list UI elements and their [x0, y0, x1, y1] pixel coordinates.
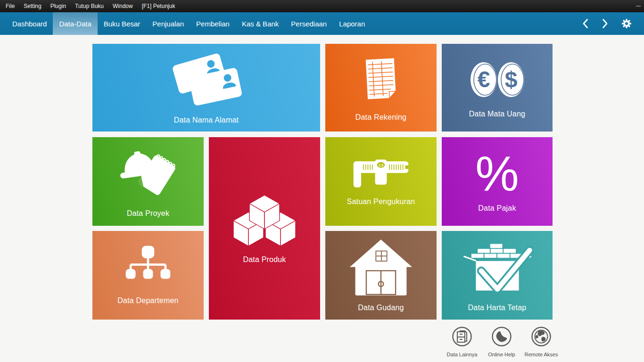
menu-window[interactable]: Window	[113, 3, 133, 9]
tile-label: Data Proyek	[127, 209, 169, 218]
tile-label: Data Produk	[243, 255, 286, 264]
menu-petunjuk[interactable]: [F1] Petunjuk	[142, 3, 175, 9]
minimize-icon[interactable]	[636, 6, 641, 7]
menu-plugin[interactable]: Plugin	[50, 3, 66, 9]
tile-data-nama-alamat[interactable]: Data Nama Alamat	[92, 44, 320, 132]
menu-setting[interactable]: Setting	[24, 3, 41, 9]
percent-icon: %	[475, 150, 519, 197]
tile-label: Data Departemen	[117, 296, 178, 305]
shortcut-label: Online Help	[488, 352, 515, 357]
tile-label: Data Mata Uang	[469, 110, 525, 118]
shortcut-online-help[interactable]: Online Help	[482, 326, 521, 357]
shortcut-data-lainnya[interactable]: Data Lainnya	[442, 326, 482, 357]
menu-file[interactable]: File	[6, 3, 15, 9]
tile-satuan-pengukuran[interactable]: 1,5 Satuan Pengukuran	[325, 137, 437, 226]
cabinet-icon	[451, 326, 473, 349]
caliper-icon: 1,5	[352, 157, 410, 190]
tile-label: Data Rekening	[355, 113, 406, 122]
settings-gear-icon[interactable]	[621, 18, 632, 29]
cubes-icon	[229, 193, 300, 248]
asset-check-icon	[462, 239, 533, 296]
svg-text:€: €	[477, 67, 490, 92]
tile-data-rekening[interactable]: Data Rekening	[325, 44, 437, 132]
app-window: File Setting Plugin Tutup Buku Window [F…	[0, 0, 644, 362]
tab-dashboard[interactable]: Dashboard	[6, 12, 53, 35]
tile-label: Data Gudang	[358, 304, 404, 312]
tab-data-data[interactable]: Data-Data	[53, 12, 97, 35]
svg-text:$: $	[504, 67, 517, 92]
ledger-icon	[357, 54, 405, 106]
tile-label: Data Nama Alamat	[174, 116, 239, 124]
tile-label: Data Harta Tetap	[468, 304, 527, 312]
menubar: File Setting Plugin Tutup Buku Window [F…	[0, 0, 644, 12]
tab-penjualan[interactable]: Penjualan	[146, 12, 190, 35]
tile-data-mata-uang[interactable]: € $ Data Mata Uang	[442, 44, 553, 132]
nav-forward-icon[interactable]	[602, 18, 609, 29]
tile-data-proyek[interactable]: Data Proyek	[92, 137, 204, 226]
phone-icon	[491, 326, 512, 349]
id-cards-icon	[162, 51, 251, 108]
navbar-right-icons	[582, 12, 644, 35]
globe-icon	[530, 326, 552, 349]
shortcut-label: Remote Akses	[525, 352, 558, 357]
tab-pembelian[interactable]: Pembelian	[190, 12, 236, 35]
shortcut-label: Data Lainnya	[447, 352, 478, 357]
svg-text:1,5: 1,5	[379, 164, 383, 167]
tile-data-gudang[interactable]: Data Gudang	[325, 231, 437, 320]
warehouse-icon	[349, 239, 413, 296]
menu-tutup-buku[interactable]: Tutup Buku	[75, 3, 104, 9]
tile-data-harta-tetap[interactable]: Data Harta Tetap	[442, 231, 553, 320]
tile-data-departemen[interactable]: Data Departemen	[92, 231, 204, 320]
navbar: Dashboard Data-Data Buku Besar Penjualan…	[0, 12, 644, 35]
hardhat-notepad-icon	[113, 145, 183, 202]
org-chart-icon	[124, 246, 173, 289]
currency-coins-icon: € $	[462, 57, 533, 102]
tile-label: Data Pajak	[478, 204, 516, 213]
tab-kas-bank[interactable]: Kas & Bank	[236, 12, 285, 35]
shortcut-remote-akses[interactable]: Remote Akses	[521, 326, 561, 357]
tile-data-produk[interactable]: Data Produk	[209, 137, 320, 320]
tile-label: Satuan Pengukuran	[347, 197, 415, 206]
tab-buku-besar[interactable]: Buku Besar	[98, 12, 147, 35]
tab-persediaan[interactable]: Persediaan	[285, 12, 333, 35]
tile-data-pajak[interactable]: % Data Pajak	[442, 137, 553, 226]
nav-back-icon[interactable]	[582, 18, 589, 29]
tab-laporan[interactable]: Laporan	[333, 12, 371, 35]
footer-shortcuts: Data Lainnya Online Help	[442, 326, 561, 357]
